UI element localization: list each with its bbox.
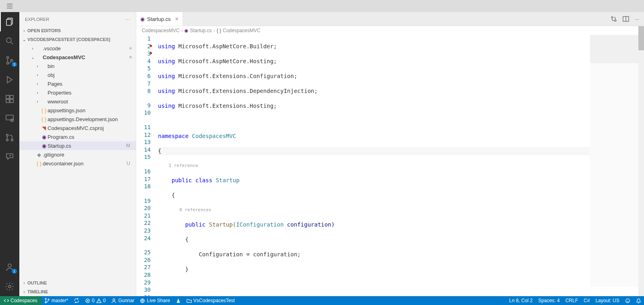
editor-more-icon[interactable]: ··· — [635, 16, 639, 22]
tree-folder[interactable]: ›wwwroot — [19, 97, 136, 106]
split-editor-icon[interactable] — [623, 16, 629, 22]
problems[interactable]: 0 0 — [82, 296, 108, 305]
indentation[interactable]: Spaces: 4 — [536, 296, 563, 305]
svg-rect-7 — [6, 99, 9, 103]
tree-file[interactable]: ◉Startup.csM — [19, 141, 136, 150]
keyboard-layout[interactable]: Layout: US — [593, 296, 622, 305]
tree-file[interactable]: { }appsettings.json — [19, 106, 136, 115]
tree-folder[interactable]: ›Properties — [19, 88, 136, 97]
editor-area: ◉ Startup.cs ✕ ··· CodespacesMVC› ◉Start… — [136, 12, 644, 296]
tab-startup-cs[interactable]: ◉ Startup.cs ✕ — [136, 12, 183, 26]
azure-icon[interactable] — [173, 296, 184, 305]
titlebar — [0, 0, 644, 12]
code-content[interactable]: using Microsoft.AspNetCore.Builder; usin… — [158, 35, 644, 296]
line-gutter: 1 2 3 4 5 6 7 8 9 10 11 12 13 14 15 — [136, 35, 158, 296]
workspace-section[interactable]: ⌄VSCODESPACESTEST [CODESPACES] — [19, 35, 136, 44]
svg-point-12 — [6, 134, 8, 136]
app-menu-icon[interactable] — [0, 3, 19, 9]
outline-section[interactable]: ›OUTLINE — [19, 278, 136, 287]
svg-point-13 — [6, 139, 8, 141]
svg-rect-9 — [10, 95, 13, 99]
activity-bar: 3 1 — [0, 12, 19, 296]
svg-point-24 — [113, 299, 115, 301]
tree-folder[interactable]: ›.vscode — [19, 44, 136, 53]
notifications-bell-icon[interactable] — [633, 296, 644, 305]
svg-point-2 — [6, 38, 11, 43]
cursor-position[interactable]: Ln 8, Col 2 — [507, 296, 536, 305]
eol[interactable]: CRLF — [563, 296, 581, 305]
editor-tabs: ◉ Startup.cs ✕ ··· — [136, 12, 644, 26]
csharp-icon: ◉ — [140, 16, 145, 22]
liveshare-user[interactable]: Gunnar — [108, 296, 137, 305]
code-editor[interactable]: 1 2 3 4 5 6 7 8 9 10 11 12 13 14 15 — [136, 35, 644, 296]
scm-badge: 3 — [12, 62, 17, 67]
close-icon[interactable]: ✕ — [173, 16, 179, 22]
svg-rect-6 — [6, 95, 9, 99]
language-mode[interactable]: C# — [581, 296, 592, 305]
minimap[interactable] — [590, 35, 638, 287]
tree-file[interactable]: ◥CodespacesMVC.csproj — [19, 124, 136, 132]
tree-folder[interactable]: ›Pages — [19, 79, 136, 88]
file-tree: ›.vscode⌄CodespacesMVC›bin›obj›Pages›Pro… — [19, 44, 136, 278]
accounts-badge: 1 — [12, 269, 17, 274]
extensions-icon[interactable] — [0, 89, 19, 109]
codespace-folder[interactable]: VsCodespacesTest — [184, 296, 238, 305]
github-pr-icon[interactable] — [0, 128, 19, 147]
svg-point-3 — [7, 57, 9, 59]
feedback-icon[interactable] — [0, 147, 19, 167]
explorer-icon[interactable] — [0, 12, 19, 31]
run-debug-icon[interactable] — [0, 70, 19, 89]
svg-point-14 — [11, 139, 13, 141]
tree-file[interactable]: { }devcontainer.jsonU — [19, 159, 136, 168]
timeline-section[interactable]: ›TIMELINE — [19, 287, 136, 296]
sidebar-more-icon[interactable]: ··· — [125, 17, 130, 22]
source-control-icon[interactable]: 3 — [0, 51, 19, 70]
svg-point-17 — [611, 16, 613, 18]
remote-explorer-icon[interactable] — [0, 109, 19, 128]
status-bar: Codespaces master* 0 0 Gunnar Live Share… — [0, 296, 644, 305]
explorer-sidebar: EXPLORER ··· ›OPEN EDITORS ⌄VSCODESPACES… — [19, 12, 136, 296]
sync-icon[interactable] — [71, 296, 82, 305]
remote-indicator[interactable]: Codespaces — [0, 296, 42, 305]
svg-rect-8 — [10, 99, 13, 103]
git-branch[interactable]: master* — [42, 296, 71, 305]
svg-point-4 — [7, 62, 9, 64]
svg-point-15 — [8, 264, 11, 267]
tree-file[interactable]: ◉Program.cs — [19, 132, 136, 141]
breadcrumbs[interactable]: CodespacesMVC› ◉Startup.cs› { }Codespace… — [136, 26, 644, 35]
tree-file[interactable]: { }appsettings.Development.json — [19, 115, 136, 124]
liveshare[interactable]: Live Share — [137, 296, 172, 305]
svg-point-16 — [8, 285, 11, 288]
svg-point-18 — [615, 20, 616, 21]
svg-rect-1 — [6, 19, 11, 25]
settings-gear-icon[interactable] — [0, 277, 19, 296]
tree-folder[interactable]: ›bin — [19, 62, 136, 70]
tree-folder[interactable]: ⌄CodespacesMVC — [19, 53, 136, 62]
scrollbar[interactable] — [638, 26, 644, 296]
tree-folder[interactable]: ›obj — [19, 70, 136, 79]
tree-file[interactable]: ◆.gitignore — [19, 150, 136, 159]
compare-changes-icon[interactable] — [611, 16, 617, 22]
svg-point-20 — [45, 298, 46, 299]
sidebar-title: EXPLORER ··· — [19, 12, 136, 26]
svg-point-5 — [11, 60, 13, 62]
svg-point-22 — [48, 299, 49, 300]
feedback-smiley-icon[interactable] — [622, 296, 633, 305]
tab-label: Startup.cs — [147, 16, 171, 22]
open-editors-section[interactable]: ›OPEN EDITORS — [19, 26, 136, 35]
accounts-icon[interactable]: 1 — [0, 258, 19, 277]
search-icon[interactable] — [0, 31, 19, 51]
